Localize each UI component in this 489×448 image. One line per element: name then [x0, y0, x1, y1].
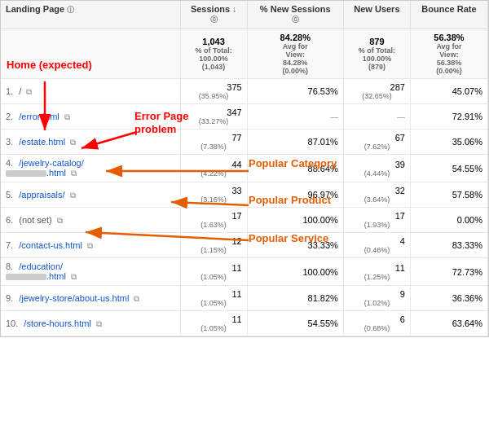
sessions-8: 11 (1.05%) [180, 258, 247, 286]
new-users-9: 9 (1.02%) [343, 286, 410, 311]
page-cell-1: 1. / ⧉ [1, 79, 180, 104]
new-sessions-7: 33.33% [247, 233, 343, 258]
page-link-3[interactable]: /estate.html [19, 137, 65, 147]
page-link-1[interactable]: / [19, 86, 21, 96]
page-cell-2: 2. /error.html ⧉ [1, 104, 180, 130]
bounce-5: 57.58% [410, 182, 487, 208]
totals-row: 1,043 % of Total: 100.00% (1,043) 84.28%… [1, 29, 488, 79]
totals-bounce: 56.38% Avg for View: 56.38% (0.00%) [410, 29, 487, 79]
page-link-5[interactable]: /appraisals/ [19, 190, 64, 200]
external-link-icon-1[interactable]: ⧉ [26, 87, 32, 96]
bounce-9: 36.36% [410, 286, 487, 311]
sessions-9: 11 (1.05%) [180, 286, 247, 311]
bounce-10: 63.64% [410, 311, 487, 336]
new-users-1: 287 (32.65%) [343, 79, 410, 104]
new-sessions-2: — [247, 104, 343, 130]
page-cell-4: 4. /jewelry-catalog/.html ⧉ [1, 155, 180, 182]
external-link-icon-9[interactable]: ⧉ [134, 294, 139, 303]
table-row: 3. /estate.html ⧉ 77 (7.38%) 87.01% 67 (… [1, 130, 488, 155]
external-link-icon-4[interactable]: ⧉ [71, 169, 77, 178]
sessions-2: 347 (33.27%) [180, 104, 247, 130]
totals-sessions: 1,043 % of Total: 100.00% (1,043) [180, 29, 247, 79]
bounce-1: 45.07% [410, 79, 487, 104]
table-row: 2. /error.html ⧉ 347 (33.27%) — — 72.91% [1, 104, 488, 130]
sessions-3: 77 (7.38%) [180, 130, 247, 155]
page-link-7[interactable]: /contact-us.html [19, 240, 82, 250]
sessions-6: 17 (1.63%) [180, 208, 247, 233]
new-users-5: 32 (3.64%) [343, 182, 410, 208]
new-sessions-5: 96.97% [247, 182, 343, 208]
sessions-1: 375 (35.95%) [180, 79, 247, 104]
table-row: 10. /store-hours.html ⧉ 11 (1.05%) 54.55… [1, 311, 488, 336]
help-icon-new-sessions[interactable]: ⓪ [292, 15, 299, 24]
page-cell-3: 3. /estate.html ⧉ [1, 130, 180, 155]
page-cell-9: 9. /jewelry-store/about-us.html ⧉ [1, 286, 180, 311]
col-header-bounce: Bounce Rate [410, 1, 487, 29]
table-row: 5. /appraisals/ ⧉ 33 (3.16%) 96.97% 32 (… [1, 182, 488, 208]
bounce-3: 35.06% [410, 130, 487, 155]
new-users-2: — [343, 104, 410, 130]
help-icon-landing[interactable]: ⓘ [67, 6, 74, 14]
table-row: 7. /contact-us.html ⧉ 12 (1.15%) 33.33% … [1, 233, 488, 258]
new-users-8: 11 (1.25%) [343, 258, 410, 286]
table-row: 9. /jewelry-store/about-us.html ⧉ 11 (1.… [1, 286, 488, 311]
external-link-icon-7[interactable]: ⧉ [87, 241, 93, 250]
page-link-10[interactable]: /store-hours.html [24, 318, 91, 328]
bounce-label: Bounce Rate [421, 4, 476, 14]
bounce-2: 72.91% [410, 104, 487, 130]
new-users-4: 39 (4.44%) [343, 155, 410, 182]
external-link-icon-5[interactable]: ⧉ [70, 191, 76, 200]
sessions-label: Sessions [191, 4, 230, 14]
sessions-5: 33 (3.16%) [180, 182, 247, 208]
col-header-landing: Landing Page ⓘ [1, 1, 180, 29]
new-sessions-1: 76.53% [247, 79, 343, 104]
page-link-2[interactable]: /error.html [19, 112, 59, 121]
new-sessions-10: 54.55% [247, 311, 343, 336]
totals-new-sessions: 84.28% Avg for View: 84.28% (0.00%) [247, 29, 343, 79]
table-row: 6. (not set) ⧉ 17 (1.63%) 100.00% 17 (1.… [1, 208, 488, 233]
bounce-6: 0.00% [410, 208, 487, 233]
analytics-table: Landing Page ⓘ Sessions ↓ ⓪ % New Sessio… [0, 0, 489, 337]
new-sessions-8: 100.00% [247, 258, 343, 286]
new-sessions-6: 100.00% [247, 208, 343, 233]
totals-new-users: 879 % of Total: 100.00% (879) [343, 29, 410, 79]
page-cell-7: 7. /contact-us.html ⧉ [1, 233, 180, 258]
sessions-4: 44 (4.22%) [180, 155, 247, 182]
page-cell-10: 10. /store-hours.html ⧉ [1, 311, 180, 336]
col-header-new-sessions: % New Sessions ⓪ [247, 1, 343, 29]
new-users-3: 67 (7.62%) [343, 130, 410, 155]
help-icon-sessions[interactable]: ⓪ [210, 15, 218, 24]
new-sessions-label: % New Sessions [260, 4, 331, 14]
external-link-icon-6: ⧉ [57, 216, 63, 225]
new-users-label: New Users [354, 4, 399, 14]
new-sessions-3: 87.01% [247, 130, 343, 155]
table-row: 4. /jewelry-catalog/.html ⧉ 44 (4.22%) 8… [1, 155, 488, 182]
bounce-7: 83.33% [410, 233, 487, 258]
totals-label [1, 29, 180, 79]
new-users-6: 17 (1.93%) [343, 208, 410, 233]
bounce-4: 54.55% [410, 155, 487, 182]
page-cell-5: 5. /appraisals/ ⧉ [1, 182, 180, 208]
external-link-icon-8[interactable]: ⧉ [71, 272, 77, 281]
landing-page-label: Landing Page [6, 4, 64, 14]
external-link-icon-3[interactable]: ⧉ [70, 138, 76, 147]
page-cell-6: 6. (not set) ⧉ [1, 208, 180, 233]
col-header-sessions: Sessions ↓ ⓪ [180, 1, 247, 29]
external-link-icon-10[interactable]: ⧉ [96, 319, 102, 328]
sessions-10: 11 (1.05%) [180, 311, 247, 336]
new-sessions-9: 81.82% [247, 286, 343, 311]
new-users-7: 4 (0.46%) [343, 233, 410, 258]
external-link-icon-2[interactable]: ⧉ [64, 112, 70, 121]
page-link-9[interactable]: /jewelry-store/about-us.html [19, 293, 129, 303]
col-header-new-users: New Users [343, 1, 410, 29]
page-link-6: (not set) [19, 215, 51, 225]
sort-icon[interactable]: ↓ [232, 5, 236, 14]
sessions-7: 12 (1.15%) [180, 233, 247, 258]
table-row: 8. /education/.html ⧉ 11 (1.05%) 100.00%… [1, 258, 488, 286]
table-row: 1. / ⧉ 375 (35.95%) 76.53% 287 (32.65%) … [1, 79, 488, 104]
new-users-10: 6 (0.68%) [343, 311, 410, 336]
page-cell-8: 8. /education/.html ⧉ [1, 258, 180, 286]
bounce-8: 72.73% [410, 258, 487, 286]
new-sessions-4: 88.64% [247, 155, 343, 182]
